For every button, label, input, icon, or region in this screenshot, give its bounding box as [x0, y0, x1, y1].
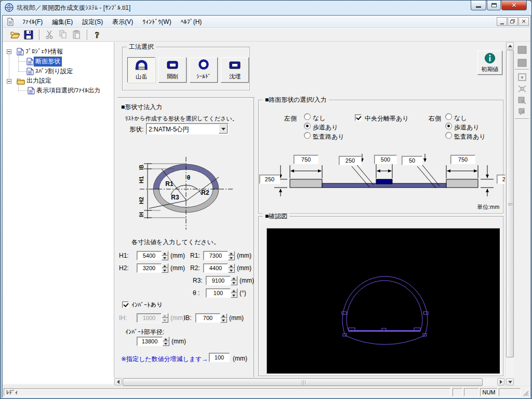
shape-dropdown[interactable]: 2:NATM-5心円 [146, 123, 229, 135]
left-inspection-radio[interactable] [304, 132, 311, 139]
dim-label-r2: R2 [201, 189, 209, 196]
menu-help[interactable]: ﾍﾙﾌﾟ(H) [176, 16, 207, 28]
slope-input[interactable]: 50 [402, 156, 422, 165]
right-inspection-radio[interactable] [445, 132, 452, 139]
page-arrow-icon [517, 96, 527, 104]
tree-label[interactable]: 表示項目選択/ﾌｧｲﾙ出力 [35, 86, 102, 96]
right-sidewalk-label[interactable]: 歩道あり [454, 123, 480, 132]
menu-settings[interactable]: 設定(S) [77, 16, 108, 28]
window-title: 坑視郎／展開図作成支援ｼｽﾃﾑ - [ｻﾝﾌﾟﾙ.ti1] [17, 4, 130, 12]
r2-spinner[interactable] [228, 263, 235, 273]
invert-checkbox[interactable] [122, 301, 129, 308]
ih-label: IH: [119, 314, 137, 322]
left-sidewalk-radio[interactable] [304, 123, 311, 129]
vertical-scroll-thumb[interactable] [506, 50, 514, 357]
copy-pages-icon [59, 30, 67, 39]
left-inspection-label[interactable]: 監査路あり [313, 132, 344, 141]
tree-node-section-shape[interactable]: 断面形状 [26, 57, 62, 66]
tree-expander-output[interactable] [7, 79, 11, 84]
tree-expander-project[interactable] [7, 49, 11, 54]
right-none-label[interactable]: なし [454, 114, 467, 123]
method-button-immersed[interactable]: 沈埋 [221, 57, 249, 83]
left-none-label[interactable]: なし [313, 114, 326, 123]
maximize-button[interactable] [487, 1, 501, 10]
tree-label-selected[interactable]: 断面形状 [34, 57, 62, 66]
invert-radius-spinner[interactable] [163, 337, 169, 346]
h2-input[interactable]: 3200 [137, 263, 162, 273]
right-width-input[interactable]: 750 [450, 155, 475, 164]
method-button-shield[interactable]: ｼｰﾙﾄﾞ [190, 57, 218, 83]
horizontal-scrollbar[interactable] [114, 377, 505, 386]
r3-spinner[interactable] [231, 276, 237, 285]
left-height-input[interactable]: 250 [259, 175, 280, 184]
left-width-input[interactable]: 750 [294, 155, 318, 164]
h1-spinner[interactable] [162, 251, 168, 260]
h1-input[interactable]: 5400 [137, 251, 162, 260]
tree-node-project-info[interactable]: ﾌﾟﾛｼﾞｪｸﾄ情報 [17, 47, 64, 56]
document-icon [28, 87, 35, 95]
mdi-minimize-button[interactable] [497, 17, 507, 26]
mdi-restore-button[interactable] [508, 17, 518, 26]
ih-input-disabled: 1000 [137, 313, 162, 323]
horizontal-scroll-thumb[interactable] [123, 378, 483, 386]
median-slope-input[interactable]: 250 [339, 156, 362, 165]
mdi-close-button[interactable]: ✕ [518, 17, 529, 26]
method-button-mountain[interactable]: 山岳 [127, 57, 155, 83]
minimize-button[interactable] [471, 1, 486, 10]
r3-input[interactable]: 9100 [206, 276, 231, 285]
increment-input[interactable]: 100 [209, 353, 230, 362]
resize-grip[interactable] [523, 390, 529, 397]
median-checkbox[interactable] [355, 114, 362, 121]
theta-input[interactable]: 100 [206, 288, 231, 298]
tree-label[interactable]: 出力設定 [25, 76, 53, 86]
tree-label[interactable]: ｽﾊﾟﾝ割り設定 [34, 66, 74, 76]
ib-spinner[interactable] [220, 313, 227, 323]
initial-values-button[interactable]: 初期値 [477, 50, 502, 75]
close-button[interactable]: ✕ [501, 1, 527, 10]
r2-input[interactable]: 4400 [203, 263, 228, 273]
right-inspection-label[interactable]: 監査路あり [454, 132, 486, 141]
document-icon [26, 58, 34, 65]
r1-input[interactable]: 7300 [203, 251, 228, 260]
separator [117, 97, 255, 98]
scroll-right-button[interactable] [497, 378, 504, 385]
save-floppy-icon [24, 30, 33, 39]
method-button-cut-and-cover[interactable]: 開削 [158, 57, 187, 83]
tunnel-dimension-diagram: IB H1 H2 IH R1 R2 R3 θ [125, 155, 246, 232]
field-row-theta: θ :100(°) [119, 288, 257, 298]
ib-input[interactable]: 700 [195, 313, 220, 323]
right-none-radio[interactable] [445, 113, 452, 120]
menu-view[interactable]: 表示(V) [108, 16, 138, 28]
menu-window[interactable]: ｳｨﾝﾄﾞｳ(W) [138, 16, 176, 28]
tree-connector [18, 90, 28, 91]
scroll-up-button[interactable] [506, 42, 514, 49]
field-row-h2-r2: H2:3200(mm) R2:4400(mm) [119, 263, 254, 273]
tree-node-output-settings[interactable]: 出力設定 [17, 76, 53, 85]
help-button[interactable]: ? [91, 29, 103, 41]
document-icon[interactable] [6, 18, 15, 26]
h2-spinner[interactable] [162, 263, 168, 273]
vertical-scrollbar[interactable] [505, 42, 514, 386]
invert-radius-input[interactable]: 13800 [137, 337, 163, 346]
tree-node-span-settings[interactable]: ｽﾊﾟﾝ割り設定 [26, 67, 74, 76]
menu-edit[interactable]: 編集(E) [47, 16, 77, 28]
cut-scissors-icon [45, 30, 54, 39]
right-sidewalk-radio[interactable] [445, 123, 452, 129]
save-button[interactable] [22, 29, 35, 41]
tree-connector [9, 55, 9, 79]
open-file-button[interactable] [9, 29, 21, 41]
scroll-down-button[interactable] [506, 378, 514, 385]
right-height-input[interactable]: 250 [497, 175, 505, 184]
left-none-radio[interactable] [304, 113, 311, 120]
tree-label[interactable]: ﾌﾟﾛｼﾞｪｸﾄ情報 [24, 47, 64, 57]
menu-file[interactable]: ﾌｧｲﾙ(F) [18, 16, 47, 28]
scroll-left-button[interactable] [114, 378, 122, 385]
left-sidewalk-label[interactable]: 歩道あり [313, 123, 338, 132]
tree-node-display-items[interactable]: 表示項目選択/ﾌｧｲﾙ出力 [28, 86, 102, 95]
median-width-input[interactable]: 500 [374, 155, 397, 164]
theta-spinner[interactable] [231, 288, 237, 298]
r1-spinner[interactable] [228, 251, 235, 260]
dropdown-arrow-button[interactable] [219, 124, 228, 134]
dim-label-theta: θ [187, 174, 191, 181]
title-bar[interactable]: 坑視郎／展開図作成支援ｼｽﾃﾑ - [ｻﾝﾌﾟﾙ.ti1] ✕ [1, 1, 531, 15]
